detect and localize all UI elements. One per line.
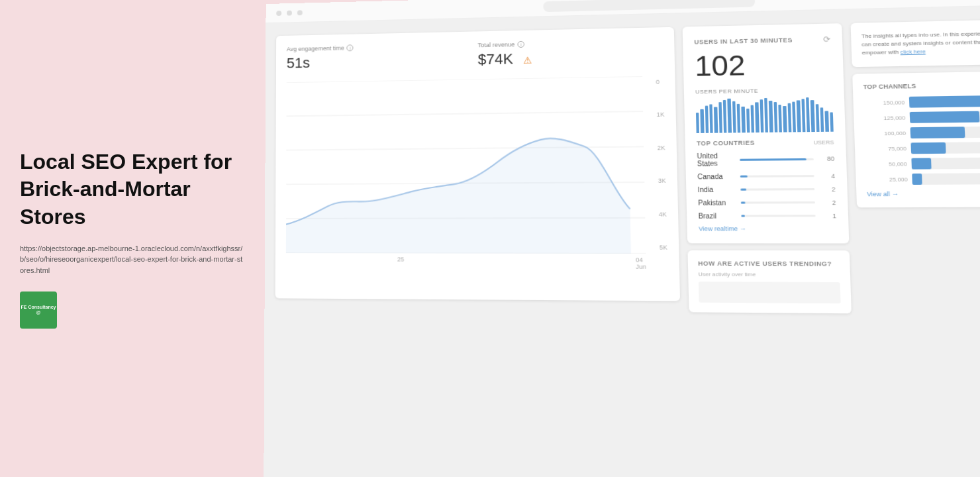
bar-item	[825, 111, 829, 131]
logo-line1: FE Consultancy	[21, 305, 56, 310]
country-row: United States 80	[697, 151, 834, 168]
country-bar-wrap	[740, 201, 815, 204]
h-bar-wrap	[910, 111, 980, 123]
view-all-link[interactable]: View all →	[867, 190, 980, 198]
h-bar	[911, 158, 932, 169]
bar-item	[750, 105, 754, 133]
country-bar-wrap	[740, 175, 814, 178]
svg-line-0	[287, 76, 642, 82]
country-row: Pakistan 2	[698, 199, 836, 207]
h-bar-row: 25,000	[866, 173, 980, 185]
bar-item	[746, 109, 750, 132]
countries-list: United States 80 Canada 4 India 2 Pakist…	[697, 151, 836, 220]
h-bar	[910, 111, 979, 123]
country-count: 80	[820, 155, 835, 162]
main-chart-card: Avg engagement time i 51s Total revenue …	[275, 27, 680, 301]
bar-item	[778, 105, 782, 132]
country-bar	[740, 158, 807, 160]
h-bar	[912, 174, 922, 185]
bar-item	[742, 107, 746, 132]
bar-item	[709, 104, 713, 132]
line-chart-svg	[286, 76, 646, 254]
bar-item	[705, 106, 709, 133]
h-bar-wrap	[909, 95, 980, 108]
page-title: Local SEO Expert for Brick-and-Mortar St…	[20, 148, 245, 231]
engagement-label: Avg engagement time i	[287, 42, 464, 52]
h-bar-wrap	[912, 173, 980, 185]
desc-link[interactable]: click here	[900, 48, 926, 55]
country-bar	[740, 189, 746, 191]
realtime-icon[interactable]: ⟳	[823, 34, 831, 44]
country-bar	[740, 201, 745, 203]
h-bar-row: 100,000	[865, 126, 980, 138]
country-name: Brazil	[699, 212, 736, 220]
view-realtime-link[interactable]: View realtime →	[699, 225, 837, 233]
right-chart-panel: The insights all types into use. In this…	[851, 19, 980, 215]
logo-line2: @	[36, 310, 41, 315]
bar-item	[787, 103, 791, 132]
bar-item	[801, 99, 805, 132]
h-bar-label: 150,000	[863, 99, 905, 106]
bar-item	[810, 100, 814, 132]
desc-text: The insights all types into use. In this…	[861, 29, 980, 57]
country-bar	[740, 176, 747, 178]
h-bar-label: 25,000	[866, 176, 908, 183]
h-bar-wrap	[910, 142, 980, 154]
users-per-min-label: USERS PER MINUTE	[695, 87, 832, 95]
top-countries-section: TOP COUNTRIES USERS United States 80 Can…	[697, 138, 837, 232]
x-axis-labels: 25 04Jun	[286, 256, 668, 270]
bar-item	[792, 102, 796, 132]
countries-header: TOP COUNTRIES USERS	[697, 138, 834, 146]
description-card: The insights all types into use. In this…	[851, 19, 980, 67]
country-row: India 2	[698, 186, 836, 194]
h-bar-wrap	[910, 126, 980, 138]
country-row: Canada 4	[697, 172, 835, 181]
users-header: USERS IN LAST 30 MINUTES ⟳	[694, 34, 830, 47]
country-row: Brazil 1	[699, 212, 837, 220]
bar-item	[769, 101, 773, 132]
bar-item	[760, 99, 763, 132]
bar-item	[815, 104, 819, 132]
bar-item	[723, 100, 727, 133]
revenue-metric: Total revenue i $74K ⚠	[477, 38, 663, 68]
bar-item	[696, 113, 699, 133]
activity-placeholder	[699, 282, 841, 303]
engagement-metric: Avg engagement time i 51s	[287, 42, 464, 72]
bar-item	[728, 99, 732, 133]
country-count: 2	[821, 199, 836, 206]
h-bar-label: 100,000	[865, 130, 906, 136]
country-count: 2	[820, 186, 836, 193]
h-bar-label: 75,000	[865, 145, 907, 152]
h-bars-container: 150,000 125,000 100,000 75,000 50,000 25…	[863, 95, 980, 186]
bar-item	[820, 107, 824, 132]
bar-item	[701, 109, 705, 133]
h-bar-label: 50,000	[865, 160, 907, 167]
active-users-card: HOW ARE ACTIVE USERS TRENDING? User acti…	[687, 250, 852, 313]
y-axis-labels: 5K 4K 3K 2K 1K 0	[656, 76, 667, 254]
h-bar-row: 150,000	[863, 95, 980, 109]
active-subtitle: User activity over time	[698, 271, 840, 278]
h-bar-label: 125,000	[864, 115, 905, 121]
bar-item	[830, 112, 834, 131]
bar-item	[718, 102, 722, 133]
h-bar-row: 125,000	[864, 111, 980, 124]
users-per-minute-chart	[695, 97, 833, 134]
analytics-content: Avg engagement time i 51s Total revenue …	[264, 0, 980, 477]
bar-item	[732, 101, 736, 133]
svg-line-1	[287, 111, 644, 116]
revenue-label: Total revenue i	[477, 38, 663, 48]
users-count: 102	[695, 50, 832, 81]
users-card: USERS IN LAST 30 MINUTES ⟳ 102 USERS PER…	[683, 23, 850, 243]
analytics-panel: Avg engagement time i 51s Total revenue …	[264, 0, 980, 477]
engagement-info-icon: i	[347, 44, 354, 51]
country-name: India	[698, 186, 735, 193]
bar-item	[773, 102, 777, 132]
country-bar-wrap	[740, 188, 814, 191]
users-title: USERS IN LAST 30 MINUTES	[694, 36, 793, 45]
h-bar-wrap	[911, 157, 980, 169]
bar-item	[797, 100, 801, 132]
users-panel: USERS IN LAST 30 MINUTES ⟳ 102 USERS PER…	[683, 23, 852, 313]
bar-item	[783, 106, 787, 132]
h-bar	[910, 127, 965, 138]
country-name: Pakistan	[698, 199, 735, 207]
